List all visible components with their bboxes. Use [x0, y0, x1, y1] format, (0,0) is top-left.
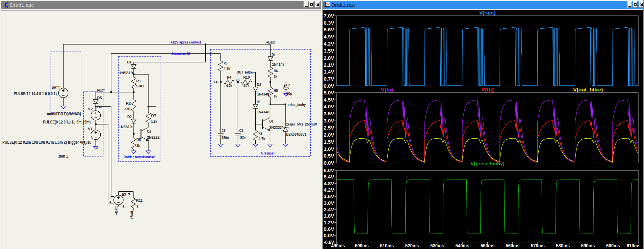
svg-text:OUT_Filtre: OUT_Filtre [236, 70, 253, 74]
svg-text:1k: 1k [274, 94, 277, 98]
svg-text:D3: D3 [257, 83, 261, 87]
svg-text:0.7V: 0.7V [324, 76, 334, 82]
svg-text:3.0V: 3.0V [324, 118, 334, 123]
svg-text:1.0V: 1.0V [324, 146, 334, 152]
svg-text:150n: 150n [222, 136, 229, 140]
svg-text:2N2222: 2N2222 [269, 126, 282, 130]
svg-text:6.3V: 6.3V [324, 20, 334, 26]
svg-text:0.0V: 0.0V [324, 83, 334, 89]
svg-text:590ms: 590ms [581, 243, 595, 248]
svg-text:+Batt: +Batt [130, 211, 134, 220]
svg-text:4.5V: 4.5V [324, 97, 334, 103]
svg-text:R3: R3 [224, 61, 227, 65]
svg-text:BZX384B5V1: BZX384B5V1 [286, 132, 306, 136]
svg-text:V(out_filtre): V(out_filtre) [573, 87, 603, 92]
svg-text:1.8V: 1.8V [324, 213, 334, 219]
svg-text:PULSE(0 12 0 1µ 1µ 6m 15m): PULSE(0 12 0 1µ 1µ 6m 15m) [43, 120, 91, 124]
svg-text:V2: V2 [88, 107, 93, 111]
svg-text:1: 1 [136, 204, 138, 208]
svg-text:+12V après contact: +12V après contact [170, 40, 201, 44]
svg-text:PULSE(0 12 0.2m 10n 10n 0.7m 1: PULSE(0 12 0.2m 10n 10n 0.7m 1.5m 2) tri… [2, 140, 92, 145]
svg-text:0.5V: 0.5V [324, 153, 334, 159]
svg-text:1.5k: 1.5k [151, 119, 157, 123]
svg-text:150n: 150n [239, 136, 246, 140]
svg-text:+Batt: +Batt [114, 206, 118, 215]
svg-text:1k: 1k [136, 143, 140, 147]
svg-text:1: 1 [122, 204, 124, 208]
svg-text:4.7k: 4.7k [243, 84, 250, 88]
svg-text:C2: C2 [286, 83, 290, 87]
svg-text:1N5819: 1N5819 [119, 125, 132, 129]
svg-text:A réaliser: A réaliser [260, 151, 275, 155]
svg-text:D2: D2 [127, 115, 132, 119]
svg-text:V(prise_tachy): V(prise_tachy) [471, 161, 505, 166]
svg-text:570ms: 570ms [531, 243, 545, 248]
svg-text:PULSE(12 14.4 0 1 0 0 0 1): PULSE(12 14.4 0 1 0 0 0 1) [14, 91, 57, 96]
svg-text:V(fa): V(fa) [381, 87, 393, 92]
svg-text:R11: R11 [136, 198, 143, 202]
svg-text:4.9V: 4.9V [324, 34, 334, 39]
svg-text:R8: R8 [274, 88, 278, 92]
svg-text:C3: C3 [239, 129, 243, 133]
svg-text:D5: D5 [97, 96, 102, 100]
svg-text:C1: C1 [222, 129, 225, 133]
svg-text:560ms: 560ms [506, 243, 519, 248]
svg-text:2.4V: 2.4V [324, 207, 334, 212]
svg-text:D4: D4 [272, 53, 275, 57]
svg-text:Rupt: Rupt [97, 88, 104, 92]
svg-text:V(fb): V(fb) [482, 87, 494, 92]
svg-text:R5: R5 [136, 138, 141, 142]
svg-text:Q1: Q1 [269, 119, 273, 123]
svg-text:FB: FB [236, 78, 239, 82]
svg-text:530ms: 530ms [430, 243, 444, 248]
svg-text:R6: R6 [274, 69, 278, 73]
svg-text:4.0V: 4.0V [324, 104, 334, 109]
svg-text:5.6V: 5.6V [324, 27, 334, 32]
svg-text:longueur fil: longueur fil [172, 51, 190, 55]
svg-text:0.0V: 0.0V [324, 160, 334, 166]
svg-text:1N5819: 1N5819 [119, 71, 133, 75]
svg-text:4.7k: 4.7k [258, 137, 265, 141]
svg-text:4.8V: 4.8V [324, 181, 334, 186]
svg-text:R4: R4 [227, 75, 231, 79]
svg-text:2.5V: 2.5V [324, 125, 334, 131]
svg-text:R1: R1 [136, 79, 141, 83]
svg-text:BATT: BATT [51, 85, 60, 89]
svg-text:zener_5V1_250mW: zener_5V1_250mW [286, 122, 317, 126]
svg-text:550ms: 550ms [481, 243, 494, 248]
svg-text:FA: FA [214, 80, 217, 84]
svg-text:1.5V: 1.5V [324, 139, 334, 145]
svg-text:540ms: 540ms [456, 243, 469, 248]
svg-text:4.7k: 4.7k [226, 84, 232, 88]
svg-text:Boitier transistorisé: Boitier transistorisé [123, 155, 155, 159]
svg-text:580ms: 580ms [556, 243, 570, 248]
svg-text:600ms: 600ms [606, 243, 620, 248]
svg-text:Q2: Q2 [147, 129, 151, 133]
svg-text:prise_tachy: prise_tachy [287, 103, 306, 107]
svg-text:1N4148: 1N4148 [257, 110, 269, 114]
svg-text:R7: R7 [151, 114, 156, 118]
svg-text:4.7k: 4.7k [224, 66, 230, 71]
svg-text:3.5V: 3.5V [324, 48, 334, 54]
svg-text:V(rupt): V(rupt) [480, 10, 496, 16]
svg-text:A: A [127, 193, 131, 195]
svg-text:0.6V: 0.6V [324, 226, 334, 232]
svg-text:7.0V: 7.0V [324, 13, 334, 19]
svg-text:4.2V: 4.2V [324, 187, 334, 193]
svg-text:2.1V: 2.1V [324, 62, 334, 68]
svg-text:500: 500 [136, 84, 144, 88]
svg-text:490ms: 490ms [331, 243, 345, 248]
svg-text:510ms: 510ms [380, 243, 394, 248]
svg-text:DD: DD [97, 105, 102, 109]
svg-text:610ms: 610ms [627, 243, 641, 248]
svg-text:5.4V: 5.4V [324, 174, 334, 179]
svg-text:520ms: 520ms [405, 243, 419, 248]
svg-text:3.0V: 3.0V [324, 200, 334, 206]
svg-text:3.5V: 3.5V [324, 111, 334, 116]
svg-text:+Batt: +Batt [266, 40, 275, 44]
svg-text:2.0V: 2.0V [324, 132, 334, 138]
svg-text:1N4148: 1N4148 [257, 92, 269, 96]
svg-text:D1: D1 [127, 60, 131, 64]
svg-text:1.2V: 1.2V [324, 220, 334, 225]
svg-text:10µ: 10µ [286, 91, 292, 95]
